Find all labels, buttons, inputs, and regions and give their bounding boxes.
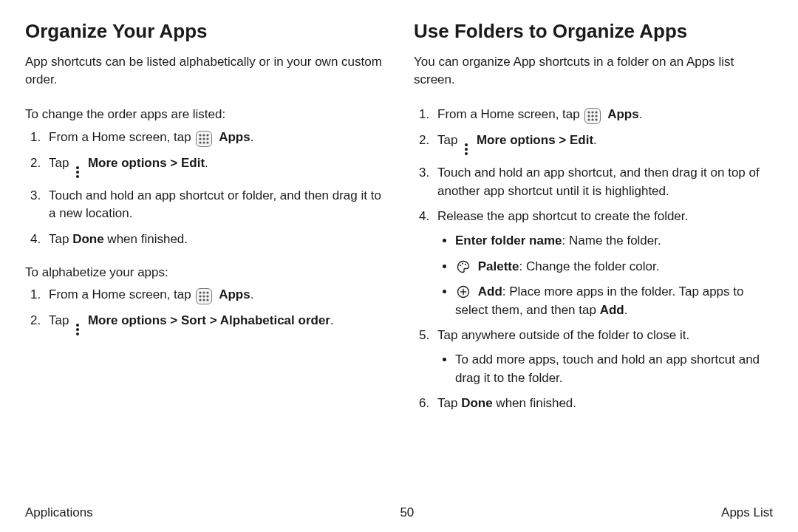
steps-change-order: From a Home screen, tap Apps. Tap More o… [25,129,384,249]
text: Tap [49,232,72,246]
svg-point-22 [592,115,594,117]
svg-point-17 [207,299,209,301]
svg-point-18 [588,111,590,113]
right-column: Use Folders to Organize Apps You can org… [414,18,773,428]
step-4: Release the app shortcut to create the f… [433,208,773,319]
step-4: Tap Done when finished. [44,231,384,249]
svg-point-8 [207,141,209,143]
footer-page-number: 50 [400,505,414,520]
text-bold: More options > Edit [88,156,205,170]
apps-icon [196,288,212,304]
text: From a Home screen, tap [49,287,194,301]
step-3: Touch and hold an app shortcut or folder… [44,187,384,223]
more-options-icon [73,165,82,180]
svg-point-27 [460,265,461,266]
text-bold: Enter folder name [455,233,562,248]
apps-label: Apps [219,287,250,301]
svg-point-13 [203,296,205,298]
text-bold: Add [600,303,624,317]
svg-point-4 [203,137,205,140]
apps-label: Apps [607,107,639,121]
steps-folders: From a Home screen, tap Apps. Tap More o… [414,106,773,413]
svg-point-25 [592,118,594,120]
apps-icon [584,108,601,124]
svg-point-2 [207,134,209,136]
text: . [250,130,254,144]
text-bold: More options > Sort > Alphabetical order [88,313,330,327]
text: when finished. [493,396,576,410]
text: Release the app shortcut to create the f… [437,209,688,223]
sub-bullets: Enter folder name: Name the folder. Pale… [437,232,773,320]
step-2: Tap More options > Edit. [433,132,773,157]
steps-alphabetize: From a Home screen, tap Apps. Tap More o… [25,286,384,337]
text-bold: Palette [478,259,519,273]
step-6: Tap Done when finished. [433,395,773,413]
svg-point-11 [207,292,209,294]
intro-text: App shortcuts can be listed alphabetical… [25,53,384,89]
text: : Change the folder color. [519,259,659,273]
text: : Name the folder. [562,233,661,248]
text-bold: Add [478,284,502,299]
step-1: From a Home screen, tap Apps. [433,106,773,124]
heading-organize: Organize Your Apps [25,18,384,46]
text: From a Home screen, tap [437,107,583,121]
svg-point-0 [200,134,202,136]
text: . [330,313,334,327]
apps-label: Apps [219,130,250,144]
svg-point-16 [203,299,205,301]
text: Tap [437,133,461,147]
text: . [624,303,628,317]
text: . [593,133,597,147]
svg-point-21 [588,115,590,117]
step-2: Tap More options > Edit. [44,154,384,180]
left-column: Organize Your Apps App shortcuts can be … [25,18,384,428]
svg-point-1 [203,134,205,136]
bullet-palette: Palette: Change the folder color. [455,258,773,276]
step-5: Tap anywhere outside of the folder to cl… [433,327,773,387]
svg-point-7 [203,141,205,143]
svg-point-6 [200,141,202,143]
svg-point-3 [200,137,202,140]
text: . [639,107,643,121]
svg-point-14 [207,296,209,298]
svg-point-26 [596,118,598,120]
palette-icon [455,259,471,275]
svg-point-5 [207,137,209,140]
text: Tap anywhere outside of the folder to cl… [437,328,689,342]
svg-point-12 [200,296,202,298]
bullet-add: Add: Place more apps in the folder. Tap … [455,283,773,319]
text-bold: Done [72,232,104,246]
step-2: Tap More options > Sort > Alphabetical o… [44,312,384,337]
bullet-enter-name: Enter folder name: Name the folder. [455,232,773,250]
text-bold: More options > Edit [477,133,593,147]
text: when finished. [104,232,188,246]
page-footer: Applications 50 Apps List [0,505,798,520]
lead-change-order: To change the order apps are listed: [25,106,384,124]
footer-right: Apps List [721,505,773,520]
text: Tap [49,313,72,327]
svg-point-15 [200,299,202,301]
svg-point-23 [596,115,598,117]
svg-point-20 [596,111,598,113]
lead-alphabetize: To alphabetize your apps: [25,264,384,282]
svg-point-19 [592,111,594,113]
add-icon [455,284,471,300]
svg-point-9 [200,292,202,294]
bullet-add-more: To add more apps, touch and hold an app … [455,351,773,387]
text: Tap [49,156,72,170]
page-body: Organize Your Apps App shortcuts can be … [0,0,798,428]
text: Tap [437,396,461,410]
more-options-icon [462,142,471,157]
step-3: Touch and hold an app shortcut, and then… [433,164,773,200]
more-options-icon [73,322,82,337]
svg-point-24 [588,118,590,120]
heading-folders: Use Folders to Organize Apps [414,18,773,46]
svg-point-10 [203,292,205,294]
step-1: From a Home screen, tap Apps. [44,129,384,147]
text: . [205,156,208,170]
text: From a Home screen, tap [49,130,194,144]
text-bold: Done [461,396,493,410]
sub-bullets: To add more apps, touch and hold an app … [437,351,773,387]
svg-point-28 [462,262,463,264]
footer-left: Applications [25,505,93,520]
